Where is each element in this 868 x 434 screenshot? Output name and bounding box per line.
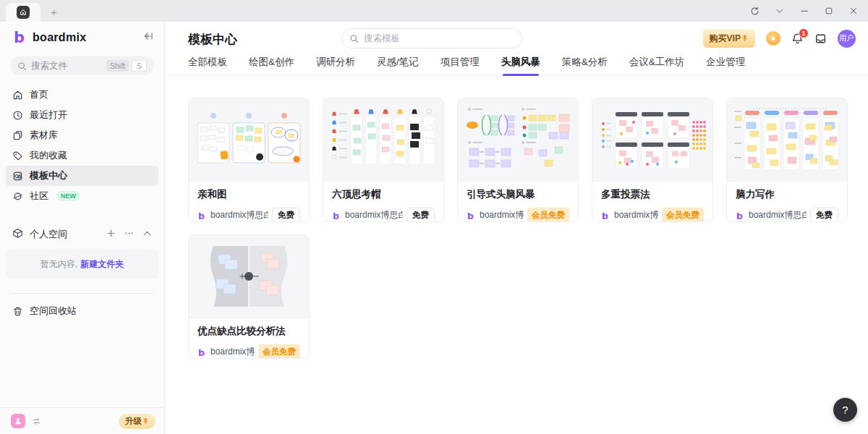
maximize-icon[interactable]: [825, 7, 833, 15]
empty-space-box: 暂无内容, 新建文件夹: [6, 250, 158, 278]
help-button[interactable]: ?: [833, 398, 857, 422]
personal-space-header[interactable]: 个人空间: [6, 225, 158, 244]
tab-all-templates[interactable]: 全部模板: [188, 56, 227, 75]
sidebar-item-label: 素材库: [30, 129, 58, 142]
template-thumbnail: [323, 98, 443, 182]
tab-inspiration-notes[interactable]: 灵感/笔记: [377, 56, 419, 75]
more-icon[interactable]: [124, 229, 134, 240]
home-tab-icon: [17, 6, 30, 19]
template-publisher: boardmix博思白板: [345, 209, 403, 221]
sidebar-item-assets[interactable]: 素材库: [6, 125, 158, 145]
sidebar-item-home[interactable]: 首页: [6, 85, 158, 105]
boardmix-logo-icon: b: [12, 30, 27, 46]
category-tabs: 全部模板 绘图&创作 调研分析 灵感/笔记 项目管理 头脑风暴 策略&分析 会议…: [166, 56, 868, 76]
sidebar-item-label: 我的收藏: [30, 149, 67, 162]
template-card[interactable]: 六顶思考帽 b boardmix博思白板 免费: [323, 98, 444, 222]
empty-text: 暂无内容,: [41, 258, 77, 271]
price-badge: 免费: [407, 208, 435, 222]
upgrade-button[interactable]: 升级↟: [119, 414, 156, 429]
sidebar-item-label: 模板中心: [30, 169, 67, 182]
new-tab-button[interactable]: +: [51, 3, 57, 22]
home-icon: [12, 90, 23, 101]
vip-arrow-icon: ↟: [741, 33, 749, 43]
template-thumbnail: [458, 98, 578, 182]
svg-text:b: b: [333, 210, 339, 221]
template-search-input[interactable]: [364, 33, 487, 43]
chevron-down-icon[interactable]: [775, 7, 784, 15]
tab-brainstorming[interactable]: 头脑风暴: [501, 56, 540, 75]
template-thumbnail: [189, 98, 309, 182]
svg-text:b: b: [14, 30, 25, 46]
sidebar-item-label: 首页: [30, 88, 48, 101]
template-card[interactable]: 多重投票法 b boardmix博思白... 会员免费: [592, 98, 713, 222]
template-grid: 亲和图 b boardmix博思白板 免费: [166, 76, 868, 359]
tag-icon: [12, 150, 23, 161]
template-thumbnail: [189, 235, 309, 318]
trash-icon: [12, 306, 23, 317]
tab-meetings-workshops[interactable]: 会议&工作坊: [629, 56, 685, 75]
template-publisher: boardmix博思白板: [210, 209, 268, 221]
main-area: 模板中心 购买VIP↟ 1 用户 全部模板 绘图&创作 调研分析 灵感/笔记 项…: [166, 22, 868, 434]
add-folder-icon[interactable]: [106, 229, 116, 240]
sidebar-item-favorites[interactable]: 我的收藏: [6, 145, 158, 166]
close-icon[interactable]: [849, 7, 858, 15]
new-folder-link[interactable]: 新建文件夹: [80, 258, 124, 271]
cube-icon: [12, 228, 23, 241]
template-card[interactable]: 亲和图 b boardmix博思白板 免费: [188, 98, 310, 222]
collapse-section-icon[interactable]: [142, 229, 152, 240]
tab-enterprise-management[interactable]: 企业管理: [706, 56, 745, 75]
shortcut-key-shift: Shift: [106, 60, 129, 72]
sidebar-item-label: 最近打开: [30, 109, 67, 122]
template-card[interactable]: 脑力写作 b boardmix博思白板 免费: [726, 98, 848, 222]
collapse-sidebar-icon[interactable]: [142, 30, 154, 45]
switch-account-icon[interactable]: [32, 417, 41, 426]
points-coin-icon[interactable]: [766, 31, 780, 46]
personal-space-label: 个人空间: [30, 228, 67, 241]
boardmix-mini-logo: b: [467, 210, 476, 221]
template-title: 多重投票法: [601, 188, 704, 201]
user-avatar[interactable]: 用户: [838, 30, 856, 48]
tab-drawing-creation[interactable]: 绘图&创作: [249, 56, 294, 75]
notifications-bell-icon[interactable]: 1: [791, 33, 804, 45]
svg-text:b: b: [198, 347, 205, 357]
template-search-box[interactable]: [341, 28, 522, 48]
template-publisher: boardmix博思白...: [210, 346, 255, 358]
inbox-icon[interactable]: [814, 33, 827, 45]
notification-count-badge: 1: [799, 28, 809, 38]
search-icon: [17, 61, 27, 71]
template-publisher: boardmix博思白板: [749, 209, 807, 221]
svg-text:b: b: [602, 210, 608, 221]
minimize-icon[interactable]: [800, 7, 809, 15]
file-search-box[interactable]: Shift S: [10, 56, 154, 75]
sidebar-item-templates[interactable]: 模板中心: [6, 166, 158, 186]
price-badge: 会员免费: [662, 208, 704, 222]
boardmix-mini-logo: b: [197, 347, 207, 357]
price-badge: 会员免费: [258, 344, 300, 359]
tab-strategy-analysis[interactable]: 策略&分析: [562, 56, 608, 75]
tab-research-analysis[interactable]: 调研分析: [316, 56, 355, 75]
template-publisher: boardmix博思白...: [614, 209, 658, 221]
sidebar-item-label: 社区: [30, 190, 48, 203]
template-title: 优点缺点比较分析法: [197, 325, 300, 338]
template-title: 六顶思考帽: [332, 188, 435, 201]
sidebar-item-community[interactable]: 社区 NEW: [6, 186, 158, 206]
refresh-icon[interactable]: [750, 7, 760, 16]
upgrade-arrow-icon: ↟: [142, 417, 149, 426]
template-card[interactable]: 优点缺点比较分析法 b boardmix博思白... 会员免费: [188, 234, 310, 359]
buy-vip-button[interactable]: 购买VIP↟: [703, 29, 755, 48]
price-badge: 免费: [272, 208, 300, 222]
library-icon: [12, 130, 23, 141]
user-avatar-small[interactable]: [11, 414, 25, 428]
tab-project-management[interactable]: 项目管理: [441, 56, 480, 75]
template-card[interactable]: 引导式头脑风暴 b boardmix博思白... 会员免费: [457, 98, 579, 222]
svg-text:b: b: [736, 210, 743, 221]
sidebar-item-trash[interactable]: 空间回收站: [6, 301, 158, 321]
file-search-input[interactable]: [31, 61, 103, 71]
svg-text:b: b: [198, 210, 205, 221]
sidebar-footer: 升级↟: [0, 407, 164, 434]
template-title: 引导式头脑风暴: [467, 188, 569, 201]
sidebar-item-recent[interactable]: 最近打开: [6, 105, 158, 125]
template-title: 脑力写作: [736, 188, 838, 201]
app-tab[interactable]: [6, 3, 41, 22]
price-badge: 免费: [810, 208, 838, 222]
